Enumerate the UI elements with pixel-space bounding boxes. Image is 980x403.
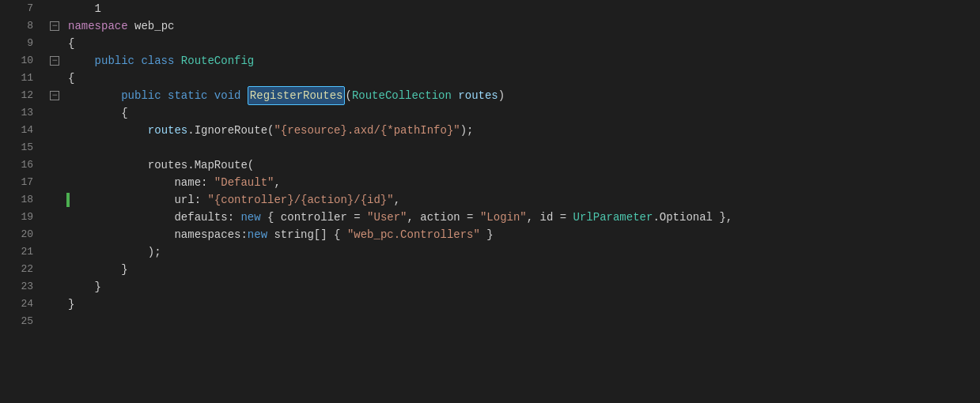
token: string[] { [267,226,347,243]
line-number-8: 8 [0,17,41,35]
token: namespaces: [68,226,248,243]
fold-indicator-8[interactable]: − [41,17,68,35]
fold-indicator-15 [41,139,68,156]
token: web_pc [128,17,175,35]
code-line-23: } [68,278,980,296]
line-number-22: 22 [0,261,41,278]
token: , [394,191,400,209]
fold-indicator-9 [41,35,68,52]
token: name: [68,174,214,191]
code-line-7: 1 [68,0,980,17]
token: { [68,35,74,52]
token: new [240,209,260,226]
code-line-16: routes.MapRoute( [68,156,980,174]
token [68,122,148,139]
fold-indicator-14 [41,122,68,139]
token: static [161,87,208,104]
fold-indicator-23 [41,278,68,296]
token: url: [68,191,207,209]
code-line-9: { [68,35,980,52]
code-line-15 [68,139,980,156]
token: new [248,226,267,243]
token: ); [460,122,474,139]
line-number-7: 7 [0,0,41,17]
token: RouteConfig [174,52,254,70]
token: RouteCollection [352,87,452,104]
line-number-21: 21 [0,243,41,261]
line-numbers: 78910111213141516171819202122232425 [0,0,41,403]
code-line-21: ); [68,243,980,261]
line-number-17: 17 [0,174,41,191]
token: , id = [527,209,573,226]
line-number-13: 13 [0,104,41,122]
fold-indicator-18 [41,191,68,209]
token: .IgnoreRoute( [187,122,274,139]
line-number-15: 15 [0,139,41,156]
token: "Default" [214,174,274,191]
code-line-8: namespace web_pc [68,17,980,35]
token [68,0,95,17]
line-number-18: 18 [0,191,41,209]
token: { [68,70,74,87]
token: { [68,104,128,122]
fold-indicator-11 [41,70,68,87]
token: public [68,52,134,70]
token: "{controller}/{action}/{id}" [207,191,393,209]
token: routes [148,122,187,139]
fold-indicator-20 [41,226,68,243]
code-line-19: defaults: new { controller = "User", act… [68,209,980,226]
fold-indicator-10[interactable]: − [41,52,68,70]
token: RegisterRoutes [248,86,346,105]
token: public [68,87,161,104]
code-line-12: public static void RegisterRoutes(RouteC… [68,87,980,104]
code-line-11: { [68,70,980,87]
line-number-11: 11 [0,70,41,87]
fold-indicator-21 [41,243,68,261]
fold-indicator-17 [41,174,68,191]
token: ); [68,243,161,261]
code-line-13: { [68,104,980,122]
token: ( [345,87,351,104]
line-number-24: 24 [0,296,41,313]
token: { controller = [261,209,367,226]
token: , [274,174,280,191]
token: } [68,296,74,313]
line-number-19: 19 [0,209,41,226]
line-number-16: 16 [0,156,41,174]
code-line-22: } [68,261,980,278]
code-line-25 [68,313,980,330]
token: "Login" [480,209,527,226]
token [240,87,247,104]
code-line-14: routes.IgnoreRoute("{resource}.axd/{*pat… [68,122,980,139]
code-content[interactable]: 1namespace web_pc{ public class RouteCon… [68,0,980,403]
fold-indicator-24 [41,296,68,313]
token: } [68,261,128,278]
token: .Optional }, [653,209,732,226]
code-line-20: namespaces:new string[] { "web_pc.Contro… [68,226,980,243]
fold-indicator-16 [41,156,68,174]
token: class [134,52,174,70]
token: namespace [68,17,128,35]
code-line-10: public class RouteConfig [68,52,980,70]
token: } [68,278,101,296]
token: defaults: [68,209,240,226]
fold-indicator-7 [41,0,68,17]
line-number-12: 12 [0,87,41,104]
fold-indicator-12[interactable]: − [41,87,68,104]
line-number-25: 25 [0,313,41,330]
token: "{resource}.axd/{*pathInfo}" [274,122,460,139]
fold-indicators: −−− [41,0,68,403]
change-marker-18 [66,193,70,207]
line-number-10: 10 [0,52,41,70]
token: ) [498,87,505,104]
token: UrlParameter [573,209,653,226]
fold-indicator-22 [41,261,68,278]
token: routes [452,87,498,104]
token: 1 [95,0,101,17]
token: , action = [407,209,480,226]
token: "web_pc.Controllers" [347,226,480,243]
line-number-20: 20 [0,226,41,243]
code-line-17: name: "Default", [68,174,980,191]
code-editor: 78910111213141516171819202122232425 −−− … [0,0,980,403]
code-line-24: } [68,296,980,313]
